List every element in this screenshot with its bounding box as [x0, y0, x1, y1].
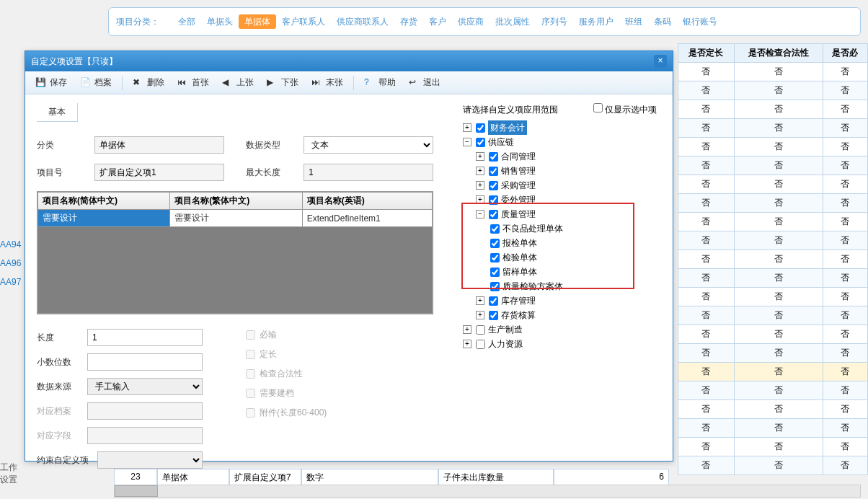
table-row[interactable]: 否否否	[678, 438, 868, 456]
table-row[interactable]: 否否否	[678, 400, 868, 419]
tree-node[interactable]: 合同管理	[501, 149, 536, 164]
tree-checkbox[interactable]	[476, 123, 485, 133]
constraint-select[interactable]	[97, 451, 203, 469]
filter-item[interactable]: 供应商	[452, 14, 490, 29]
table-row[interactable]: 否否否	[678, 63, 868, 81]
expand-icon[interactable]: +	[476, 181, 484, 190]
tree-node[interactable]: 销售管理	[501, 164, 536, 178]
tree-node-finance[interactable]: 财务会计	[488, 120, 527, 135]
tree-node[interactable]: 采购管理	[501, 178, 536, 193]
expand-icon[interactable]: +	[476, 167, 484, 175]
save-button[interactable]: 💾 保存	[30, 74, 73, 91]
table-row[interactable]: 否否否	[678, 100, 868, 119]
length-field[interactable]	[87, 329, 203, 346]
tree-checkbox[interactable]	[490, 282, 500, 291]
table-row[interactable]: 否否否	[678, 81, 868, 100]
first-button[interactable]: ⏮ 首张	[172, 74, 215, 91]
tree-checkbox[interactable]	[489, 152, 498, 162]
tree-checkbox[interactable]	[489, 296, 498, 306]
sidebar-item[interactable]: AA94	[0, 239, 22, 250]
sidebar-item[interactable]: AA97	[0, 277, 22, 287]
expand-icon[interactable]: +	[463, 340, 471, 348]
tree-checkbox[interactable]	[476, 138, 485, 147]
decimal-field[interactable]	[87, 353, 203, 371]
maxlen-field[interactable]	[304, 164, 433, 181]
datatype-select[interactable]: 文本	[304, 136, 433, 154]
table-row[interactable]: 否否否	[678, 231, 868, 250]
col-name-cn[interactable]: 项目名称(简体中文)	[38, 193, 170, 210]
filter-item[interactable]: 存货	[394, 14, 423, 29]
filter-item[interactable]: 班组	[619, 14, 648, 29]
table-row[interactable]: 否否否	[678, 363, 868, 381]
table-row[interactable]: 否否否	[678, 306, 868, 325]
filter-item[interactable]: 序列号	[536, 14, 573, 29]
tree-node[interactable]: 存货核算	[501, 308, 536, 322]
filter-item[interactable]: 银行账号	[677, 14, 723, 29]
showonly-checkbox[interactable]	[593, 103, 603, 112]
help-button[interactable]: ? 帮助	[358, 74, 402, 91]
sidebar-link[interactable]: 设置	[0, 474, 17, 486]
tree-node[interactable]: 检验单体	[502, 250, 537, 265]
bg-col-3[interactable]: 是否必	[823, 44, 867, 63]
tree-checkbox[interactable]	[490, 268, 500, 277]
tree-checkbox[interactable]	[490, 253, 500, 262]
tree-node-quality[interactable]: 质量管理	[501, 207, 536, 221]
col-name-tw[interactable]: 项目名称(繁体中文)	[170, 193, 302, 210]
tree-node[interactable]: 报检单体	[502, 236, 537, 250]
expand-icon[interactable]: +	[476, 195, 484, 204]
expand-icon[interactable]: +	[463, 325, 471, 334]
filter-item[interactable]: 单据头	[201, 14, 239, 29]
horizontal-scrollbar[interactable]	[114, 485, 861, 498]
tree-node[interactable]: 留样单体	[502, 265, 537, 279]
table-row[interactable]: 需要设计 需要设计 ExtendDefineItem1	[38, 210, 433, 227]
table-row[interactable]: 否否否	[678, 288, 868, 306]
expand-icon[interactable]: +	[476, 152, 484, 161]
tree-checkbox[interactable]	[490, 224, 500, 234]
bg-col-2[interactable]: 是否检查合法性	[734, 44, 823, 63]
expand-icon[interactable]: +	[476, 296, 484, 305]
sidebar-link[interactable]: 工作	[0, 462, 17, 474]
table-row[interactable]: 否否否	[678, 138, 868, 156]
tree-checkbox[interactable]	[476, 340, 485, 349]
category-field[interactable]	[94, 136, 224, 154]
source-select[interactable]: 手工输入	[87, 378, 203, 395]
tree-checkbox[interactable]	[490, 239, 500, 248]
close-icon[interactable]: ×	[654, 55, 667, 68]
table-row[interactable]: 否否否	[678, 344, 868, 363]
tree-checkbox[interactable]	[489, 195, 498, 205]
filter-item[interactable]: 客户	[423, 14, 452, 29]
filter-item[interactable]: 服务用户	[573, 14, 619, 29]
itemno-field[interactable]	[94, 164, 224, 181]
tree-node[interactable]: 生产制造	[488, 322, 523, 337]
tree-node[interactable]: 人力资源	[488, 337, 523, 351]
filter-item[interactable]: 全部	[172, 14, 201, 29]
tree-node[interactable]: 不良品处理单体	[502, 221, 563, 236]
delete-button[interactable]: ✖ 删除	[127, 74, 170, 91]
archive-button[interactable]: 📄 档案	[74, 74, 118, 91]
tree-node[interactable]: 质量检验方案体	[502, 279, 563, 293]
tree-checkbox[interactable]	[489, 167, 498, 176]
table-row[interactable]: 否否否	[678, 175, 868, 194]
filter-item[interactable]: 客户联系人	[276, 14, 331, 29]
table-row[interactable]: 否否否	[678, 269, 868, 288]
filter-item[interactable]: 供应商联系人	[331, 14, 394, 29]
table-row[interactable]: 否否否	[678, 119, 868, 138]
table-row[interactable]: 否否否	[678, 213, 868, 231]
tree-checkbox[interactable]	[489, 210, 498, 219]
table-row[interactable]: 否否否	[678, 381, 868, 400]
tab-basic[interactable]: 基本	[37, 103, 78, 121]
expand-icon[interactable]: +	[463, 123, 471, 132]
table-row[interactable]: 否否否	[678, 419, 868, 438]
collapse-icon[interactable]: −	[463, 138, 471, 146]
filter-item[interactable]: 单据体	[239, 14, 276, 29]
table-row[interactable]: 否否否	[678, 325, 868, 344]
last-button[interactable]: ⏭ 末张	[306, 74, 349, 91]
collapse-icon[interactable]: −	[476, 210, 484, 218]
showonly-checkbox-label[interactable]: 仅显示选中项	[593, 103, 657, 116]
filter-item[interactable]: 批次属性	[490, 14, 536, 29]
sidebar-item[interactable]: AA96	[0, 258, 22, 268]
tree-node-supply[interactable]: 供应链	[488, 135, 514, 149]
exit-button[interactable]: ↩ 退出	[403, 74, 446, 91]
bg-col-1[interactable]: 是否定长	[678, 44, 735, 63]
tree-checkbox[interactable]	[489, 311, 498, 320]
